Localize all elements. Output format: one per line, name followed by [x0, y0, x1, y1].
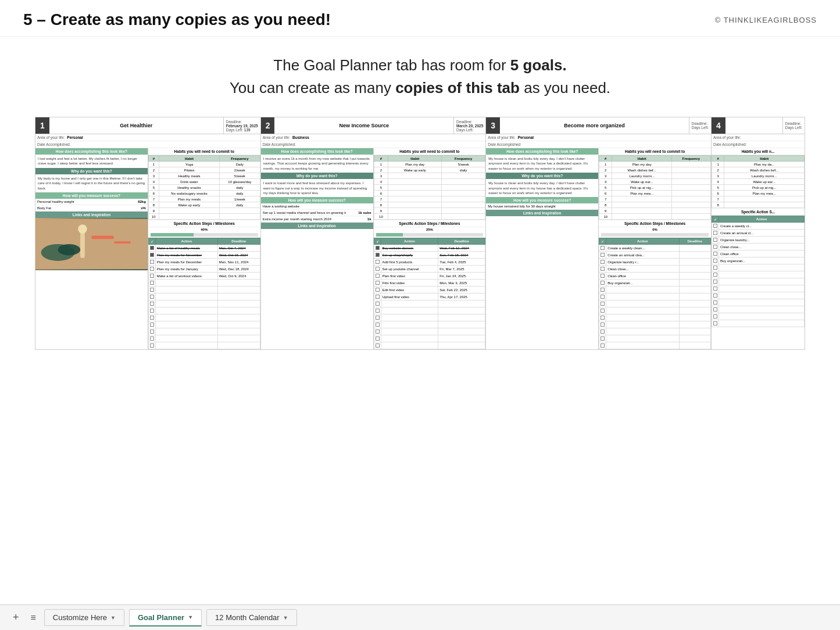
svg-rect-6 [114, 241, 131, 244]
tab-customize-here[interactable]: Customize Here ▼ [44, 609, 124, 626]
header-copyright: © THINKLIKEAGIRLBOSS [715, 16, 817, 24]
panel-1-title: Get Healthier [120, 123, 152, 128]
subtitle-line1: The Goal Planner tab has room for [273, 56, 506, 74]
tab-customize-here-label: Customize Here [53, 613, 107, 622]
tab-goal-planner[interactable]: Goal Planner ▼ [129, 609, 202, 627]
subtitle-bold1: 5 goals. [510, 56, 567, 74]
panel-1-body: Area of your life: Personal Date Accompl… [35, 134, 260, 349]
panel-3: 3 Become more organized Deadline: Days L… [486, 117, 712, 349]
panel-2-header: 2 New Income Source Deadline: March 20, … [261, 117, 486, 134]
panel-4-title-section [725, 117, 783, 134]
panel-1-habits-table: #HabitFrequency 1YogaDaily 2Pilates2/wee… [148, 155, 260, 220]
panel-2-deadline: Deadline: March 20, 2025 Days Left: [454, 117, 485, 134]
panel-1-deadline: Deadline: February 19, 2025 Days Left: 1… [224, 117, 260, 134]
panel-3-header: 3 Become more organized Deadline: Days L… [486, 117, 711, 134]
svg-point-4 [78, 224, 87, 233]
tab-goal-planner-dropdown-icon: ▼ [188, 614, 193, 620]
subtitle-line2: You can create as many [230, 79, 391, 96]
subtitle-bold2: copies of this tab [395, 79, 520, 96]
main-content: The Goal Planner tab has room for 5 goal… [0, 37, 840, 356]
panel-1-two-col: How does accomplishing this look like? I… [35, 148, 260, 349]
panel-1-number: 1 [35, 117, 49, 134]
panel-3-title-section: Become more organized [500, 117, 689, 134]
panel-1: 1 Get Healthier Deadline: February 19, 2… [35, 117, 261, 349]
panel-1-why-bar: Why do you want this? [35, 168, 148, 174]
panel-3-number: 3 [486, 117, 500, 134]
tab-12-month-calendar-dropdown-icon: ▼ [283, 615, 288, 621]
main-subtitle: The Goal Planner tab has room for 5 goal… [35, 54, 805, 99]
panel-1-title-section: Get Healthier [49, 117, 224, 134]
svg-point-2 [58, 244, 81, 255]
header-title: 5 – Create as many copies as you need! [23, 10, 331, 29]
panel-4-number: 4 [712, 117, 725, 134]
panel-2-number: 2 [261, 117, 275, 134]
panel-1-header: 1 Get Healthier Deadline: February 19, 2… [35, 117, 260, 134]
panels-container: 1 Get Healthier Deadline: February 19, 2… [35, 117, 805, 350]
panel-2-body: Area of your life: Business Date Accompl… [261, 134, 486, 349]
panel-4-header: 4 Deadline: Days Left: [712, 117, 805, 134]
panel-3-title: Become more organized [564, 123, 625, 128]
panel-2: 2 New Income Source Deadline: March 20, … [261, 117, 487, 349]
svg-rect-5 [91, 235, 114, 239]
panel-2-title: New Income Source [339, 123, 389, 128]
svg-rect-3 [80, 230, 85, 258]
panel-2-title-section: New Income Source [274, 117, 454, 134]
panel-1-how-bar: How does accomplishing this look like? [35, 148, 148, 155]
panel-2-two-col: How does accomplishing this look like? I… [261, 148, 486, 349]
panel-4: 4 Deadline: Days Left: Area of your life… [712, 117, 805, 349]
tab-menu-button[interactable]: ≡ [27, 613, 40, 623]
tab-goal-planner-label: Goal Planner [138, 613, 184, 622]
tab-12-month-calendar[interactable]: 12 Month Calendar ▼ [206, 609, 297, 626]
panel-3-deadline: Deadline: Days Left: [689, 117, 711, 134]
subtitle-line2-end: as you need. [524, 79, 610, 96]
panel-1-image [35, 218, 148, 270]
panel-1-action-table: ✓ActionDeadline Make a list of healthy m… [148, 238, 260, 349]
panel-3-body: Area of your life: Personal Date Accompl… [486, 134, 711, 349]
svg-rect-0 [35, 219, 148, 270]
tab-12-month-calendar-label: 12 Month Calendar [215, 613, 280, 622]
panel-1-measure-bar: How will you measure success? [35, 192, 148, 199]
panel-1-links-bar: Links and Inspiration [35, 212, 148, 218]
tab-customize-dropdown-icon: ▼ [110, 615, 116, 621]
add-tab-button[interactable]: + [9, 611, 23, 624]
tab-bar: + ≡ Customize Here ▼ Goal Planner ▼ 12 M… [0, 604, 840, 630]
panel-3-two-col: How does accomplishing this look like? M… [486, 148, 711, 349]
top-header: 5 – Create as many copies as you need! ©… [0, 0, 840, 37]
